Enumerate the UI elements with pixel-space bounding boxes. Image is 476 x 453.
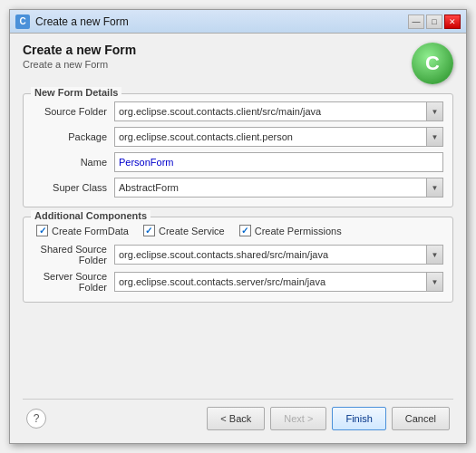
server-source-row: Server Source Folder ▼ xyxy=(33,271,443,293)
dialog-header-icon: C xyxy=(412,43,453,84)
maximize-button[interactable]: □ xyxy=(426,14,442,29)
name-label: Name xyxy=(33,157,114,168)
checkboxes-row: Create FormData Create Service Create Pe… xyxy=(33,225,443,236)
name-input[interactable] xyxy=(114,152,443,172)
dialog-header: Create a new Form Create a new Form C xyxy=(23,43,453,84)
package-input-wrapper: ▼ xyxy=(114,127,443,147)
super-class-input-wrapper: ▼ xyxy=(114,178,443,198)
server-source-input-wrapper: ▼ xyxy=(114,272,443,292)
close-button[interactable]: ✕ xyxy=(444,14,461,29)
source-folder-input-wrapper: ▼ xyxy=(114,101,443,121)
source-folder-label: Source Folder xyxy=(33,106,114,117)
shared-source-row: Shared Source Folder ▼ xyxy=(33,244,443,265)
next-button[interactable]: Next > xyxy=(270,407,326,430)
dialog-window: C Create a new Form — □ ✕ Create a new F… xyxy=(9,9,467,444)
new-form-details-section: New Form Details Source Folder ▼ Package… xyxy=(23,93,453,207)
additional-components-label: Additional Components xyxy=(31,210,151,221)
create-service-checkbox-item[interactable]: Create Service xyxy=(143,225,225,236)
minimize-button[interactable]: — xyxy=(408,14,424,29)
name-input-wrapper xyxy=(114,152,443,172)
shared-source-dropdown[interactable]: ▼ xyxy=(427,245,443,265)
create-permissions-label: Create Permissions xyxy=(255,226,342,236)
finish-button[interactable]: Finish xyxy=(332,407,385,430)
dialog-main-title: Create a new Form xyxy=(23,43,136,57)
create-service-checkbox[interactable] xyxy=(143,225,155,236)
window-title: Create a new Form xyxy=(35,15,129,28)
create-permissions-checkbox[interactable] xyxy=(239,225,251,236)
create-formdata-checkbox[interactable] xyxy=(36,225,48,236)
new-form-details-label: New Form Details xyxy=(31,87,121,98)
title-bar-left: C Create a new Form xyxy=(15,14,129,29)
help-button[interactable]: ? xyxy=(26,409,46,429)
source-folder-dropdown[interactable]: ▼ xyxy=(427,101,443,121)
cancel-button[interactable]: Cancel xyxy=(392,407,450,430)
source-folder-row: Source Folder ▼ xyxy=(33,101,443,121)
title-bar: C Create a new Form — □ ✕ xyxy=(10,10,466,34)
dialog-sub-title: Create a new Form xyxy=(23,59,136,70)
create-formdata-checkbox-item[interactable]: Create FormData xyxy=(36,225,129,236)
package-label: Package xyxy=(33,131,114,142)
shared-source-label: Shared Source Folder xyxy=(33,244,114,265)
super-class-row: Super Class ▼ xyxy=(33,178,443,198)
server-source-input[interactable] xyxy=(114,272,427,292)
name-row: Name xyxy=(33,152,443,172)
shared-source-input-wrapper: ▼ xyxy=(114,245,443,265)
package-input[interactable] xyxy=(114,127,427,147)
create-formdata-label: Create FormData xyxy=(52,226,129,236)
footer-buttons: < Back Next > Finish Cancel xyxy=(207,407,450,430)
super-class-label: Super Class xyxy=(33,182,114,193)
package-row: Package ▼ xyxy=(33,127,443,147)
super-class-input[interactable] xyxy=(114,178,427,198)
create-permissions-checkbox-item[interactable]: Create Permissions xyxy=(239,225,342,236)
header-title-area: Create a new Form Create a new Form xyxy=(23,43,136,70)
package-dropdown[interactable]: ▼ xyxy=(427,127,443,147)
server-source-dropdown[interactable]: ▼ xyxy=(427,272,443,292)
create-service-label: Create Service xyxy=(159,226,225,236)
window-icon: C xyxy=(15,14,30,29)
dialog-footer: ? < Back Next > Finish Cancel xyxy=(23,399,453,434)
shared-source-input[interactable] xyxy=(114,245,427,265)
window-controls: — □ ✕ xyxy=(408,14,461,29)
additional-components-section: Additional Components Create FormData Cr… xyxy=(23,217,453,303)
source-folder-input[interactable] xyxy=(114,101,427,121)
server-source-label: Server Source Folder xyxy=(33,271,114,293)
super-class-dropdown[interactable]: ▼ xyxy=(427,178,443,198)
back-button[interactable]: < Back xyxy=(207,407,265,430)
dialog-content: Create a new Form Create a new Form C Ne… xyxy=(10,34,466,443)
